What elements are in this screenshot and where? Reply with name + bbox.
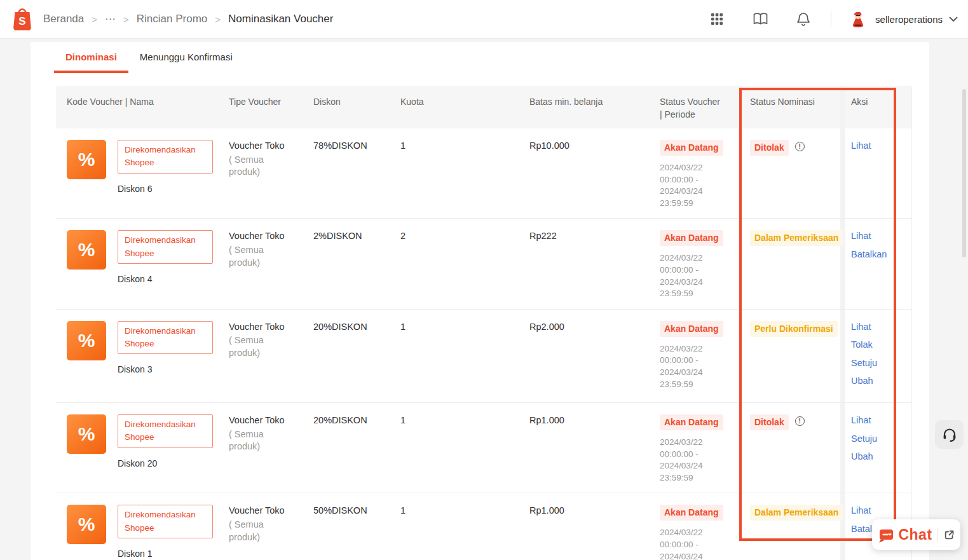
action-link-ubah[interactable]: Ubah: [851, 375, 907, 388]
column-header-aksi: Aksi: [840, 86, 912, 128]
action-link-batalkan[interactable]: Batalkan: [851, 249, 907, 261]
voucher-type: Voucher Toko: [229, 414, 297, 427]
column-header-kuota: Kuota: [390, 86, 519, 128]
percent-icon-glyph: %: [78, 237, 95, 263]
voucher-table: Kode Voucher | Nama Tipe Voucher Diskon …: [56, 86, 912, 560]
chevron-down-icon: [949, 17, 958, 22]
chat-expand-icon[interactable]: [943, 529, 955, 541]
action-link-lihat[interactable]: Lihat: [851, 230, 907, 243]
voucher-quota: 2: [390, 219, 519, 308]
voucher-type: Voucher Toko: [229, 230, 297, 243]
topbar-divider: [831, 11, 831, 27]
column-header-status-nominasi: Status Nominasi: [739, 86, 840, 128]
content-card: Dinominasi Menunggu Konfirmasi Kode Vouc…: [31, 42, 929, 560]
min-spend: Rp1.000: [519, 493, 649, 560]
chat-widget: Chat: [872, 519, 960, 550]
voucher-discount: 20%DISKON: [303, 403, 390, 493]
breadcrumb-item-rincian-promo[interactable]: Rincian Promo: [137, 13, 208, 25]
action-link-lihat[interactable]: Lihat: [851, 414, 907, 427]
voucher-type: Voucher Toko: [229, 321, 297, 334]
user-account-menu[interactable]: selleroperations: [848, 9, 958, 29]
voucher-period: 2024/03/2200:00:00 -2024/03/2423:59:59: [660, 527, 734, 560]
recommended-badge: Direkomendasikan Shopee: [118, 505, 213, 538]
voucher-period: 2024/03/2200:00:00 -2024/03/2423:59:59: [660, 437, 734, 484]
voucher-status-badge: Akan Datang: [660, 321, 723, 337]
action-link-lihat[interactable]: Lihat: [851, 140, 907, 153]
voucher-quota: 1: [390, 403, 519, 493]
nomination-status-badge: Dalam Pemeriksaan: [750, 505, 843, 521]
voucher-name: Diskon 6: [118, 183, 213, 195]
row-actions: LihatBatalkan: [840, 219, 912, 308]
voucher-quota: 1: [390, 493, 519, 560]
voucher-quota: 1: [390, 310, 519, 402]
recommended-badge: Direkomendasikan Shopee: [118, 321, 213, 355]
voucher-status-badge: Akan Datang: [660, 505, 723, 521]
column-header-status-voucher-periode: Status Voucher | Periode: [649, 86, 730, 128]
voucher-discount: 78%DISKON: [303, 128, 390, 218]
column-header-tipe-voucher: Tipe Voucher: [218, 86, 303, 128]
voucher-name: Diskon 3: [118, 364, 213, 376]
breadcrumb-separator-icon: >: [123, 14, 129, 25]
tab-bar: Dinominasi Menunggu Konfirmasi: [31, 42, 929, 73]
nomination-status-badge: Dalam Pemeriksaan: [750, 230, 843, 246]
notification-bell-icon[interactable]: [795, 11, 812, 27]
chat-button[interactable]: Chat: [877, 526, 932, 543]
tab-dinominasi[interactable]: Dinominasi: [54, 51, 128, 73]
voucher-type-scope: ( Semua produk): [229, 428, 281, 453]
table-row: % Direkomendasikan Shopee Diskon 20 Vouc…: [56, 403, 911, 493]
avatar: [848, 9, 868, 29]
breadcrumb-item-ellipsis[interactable]: ···: [105, 13, 116, 25]
min-spend: Rp10.000: [519, 128, 649, 218]
support-headset-button[interactable]: [935, 420, 964, 449]
table-row: % Direkomendasikan Shopee Diskon 6 Vouch…: [56, 128, 911, 219]
scrollbar-thumb[interactable]: [962, 89, 966, 257]
info-icon[interactable]: !: [795, 142, 805, 151]
voucher-status-badge: Akan Datang: [660, 414, 723, 430]
svg-text:S: S: [18, 15, 25, 27]
action-link-lihat[interactable]: Lihat: [851, 321, 907, 334]
breadcrumb: Beranda > ··· > Rincian Promo > Nominasi…: [43, 13, 333, 25]
info-icon[interactable]: !: [795, 416, 805, 426]
percent-icon-glyph: %: [78, 147, 95, 173]
min-spend: Rp1.000: [519, 403, 649, 493]
action-link-ubah[interactable]: Ubah: [851, 451, 907, 463]
voucher-name: Diskon 1: [118, 548, 213, 560]
voucher-quota: 1: [390, 128, 519, 218]
voucher-type-scope: ( Semua produk): [229, 154, 281, 179]
nomination-status-badge: Ditolak: [750, 140, 789, 156]
voucher-discount: 20%DISKON: [303, 310, 390, 402]
voucher-period: 2024/03/2200:00:00 -2024/03/2423:59:59: [660, 343, 734, 391]
table-row: % Direkomendasikan Shopee Diskon 1 Vouch…: [56, 493, 911, 560]
chat-label: Chat: [898, 526, 932, 543]
voucher-type-scope: ( Semua produk): [229, 244, 281, 269]
nomination-status-badge: Ditolak: [750, 414, 789, 430]
voucher-discount: 2%DISKON: [303, 219, 390, 308]
action-link-lihat[interactable]: Lihat: [851, 505, 907, 517]
tab-menunggu-konfirmasi[interactable]: Menunggu Konfirmasi: [128, 51, 244, 73]
percent-voucher-icon: %: [67, 230, 106, 270]
username: selleroperations: [875, 14, 943, 25]
apps-grid-icon[interactable]: [709, 11, 725, 27]
voucher-name: Diskon 4: [118, 273, 213, 285]
row-actions: Lihat: [840, 128, 912, 218]
education-book-icon[interactable]: [752, 11, 768, 27]
voucher-period: 2024/03/2200:00:00 -2024/03/2423:59:59: [660, 162, 734, 210]
percent-icon-glyph: %: [78, 512, 95, 538]
action-link-tolak[interactable]: Tolak: [851, 339, 907, 352]
action-link-setuju[interactable]: Setuju: [851, 433, 907, 446]
table-row: % Direkomendasikan Shopee Diskon 4 Vouch…: [56, 219, 911, 309]
percent-icon-glyph: %: [78, 328, 95, 354]
breadcrumb-item-beranda[interactable]: Beranda: [43, 13, 84, 25]
table-row: % Direkomendasikan Shopee Diskon 3 Vouch…: [56, 310, 911, 403]
min-spend: Rp2.000: [519, 310, 649, 402]
recommended-badge: Direkomendasikan Shopee: [118, 140, 213, 174]
action-link-setuju[interactable]: Setuju: [851, 357, 907, 370]
voucher-period: 2024/03/2200:00:00 -2024/03/2423:59:59: [660, 252, 734, 300]
shopee-logo[interactable]: S: [10, 6, 34, 32]
voucher-type-scope: ( Semua produk): [229, 334, 281, 359]
percent-voucher-icon: %: [67, 140, 106, 179]
percent-icon-glyph: %: [78, 421, 95, 447]
voucher-type: Voucher Toko: [229, 140, 297, 153]
recommended-badge: Direkomendasikan Shopee: [118, 414, 213, 448]
recommended-badge: Direkomendasikan Shopee: [118, 230, 213, 264]
